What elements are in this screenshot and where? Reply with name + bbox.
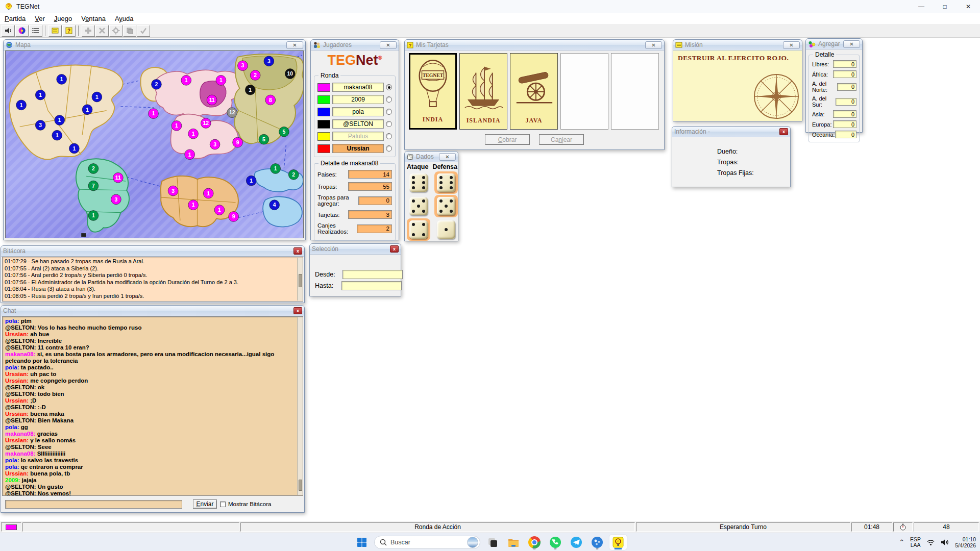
dados-close-icon[interactable]: ✕ [439, 153, 456, 161]
menu-partida[interactable]: Partida [0, 15, 30, 22]
copy-icon[interactable] [123, 25, 136, 37]
confirm-icon[interactable] [137, 25, 150, 37]
chat-message: 2009: jajaja [5, 477, 295, 484]
seleccion-close-icon[interactable]: x [390, 245, 399, 253]
jugadores-close-icon[interactable]: ✕ [380, 41, 397, 49]
chrome-icon[interactable] [526, 535, 543, 550]
note-icon[interactable] [48, 25, 62, 37]
menu-ver[interactable]: Ver [30, 15, 50, 22]
clock[interactable]: 01:105/4/2026 [955, 536, 976, 549]
canjear-button[interactable]: Canjear [539, 134, 584, 145]
card-islandia[interactable]: ISLANDIA [459, 53, 507, 130]
svg-text:1: 1 [72, 146, 76, 152]
svg-text:1: 1 [218, 207, 221, 213]
help-icon[interactable]: ? [62, 25, 76, 37]
tarjetas-close-icon[interactable]: ✕ [645, 41, 662, 49]
blue-dots-app-icon[interactable] [589, 535, 606, 550]
tarjetas-titlebar: ? Mis Tarjetas ✕ [405, 40, 664, 51]
svg-text:1: 1 [152, 111, 155, 116]
volume-icon[interactable] [941, 539, 949, 546]
die-face-4 [409, 220, 428, 239]
svg-text:?: ? [67, 28, 70, 34]
mision-close-icon[interactable]: ✕ [783, 41, 800, 49]
menu-ayuda[interactable]: Ayuda [110, 15, 138, 22]
sound-icon[interactable] [2, 25, 15, 37]
turn-state-panel: Esperando Turno [636, 522, 850, 532]
desde-input[interactable] [342, 270, 403, 279]
menu-juego[interactable]: Juego [50, 15, 77, 22]
informacion-close-icon[interactable]: x [779, 128, 788, 135]
world-icon[interactable] [15, 25, 29, 37]
menu-ventana[interactable]: Ventana [77, 15, 110, 22]
detail-value: 55 [348, 182, 392, 191]
chat-scrollbar[interactable] [297, 317, 303, 495]
tegnet-app-icon[interactable] [609, 535, 627, 550]
player-radio[interactable] [386, 109, 392, 115]
settings-icon[interactable] [109, 25, 122, 37]
jugadores-titlebar: Jugadores ✕ [311, 40, 399, 51]
detail-value: 3 [348, 210, 392, 219]
hasta-input[interactable] [341, 281, 402, 290]
taskbar-search[interactable]: Buscar [374, 536, 480, 549]
svg-text:1: 1 [56, 133, 59, 138]
chat-message: Urssian: buena pola, tb [5, 470, 295, 477]
player-radio[interactable] [386, 84, 392, 90]
wifi-icon[interactable] [926, 539, 935, 546]
timer-panel: 01:48 [851, 522, 892, 532]
close-button[interactable]: ✕ [957, 0, 980, 13]
player-name: pola [332, 107, 384, 116]
seleccion-body: Desde: Hasta: [310, 255, 401, 296]
minimize-button[interactable]: — [910, 0, 933, 13]
chat-message: @SELTON: Increible [5, 338, 295, 344]
player-radio[interactable] [386, 145, 392, 152]
chat-input[interactable] [5, 500, 182, 509]
info-label: Dueño: [717, 148, 790, 155]
bitacora-close-icon[interactable]: x [293, 247, 302, 255]
enviar-button[interactable]: Enviar [193, 499, 217, 509]
detail-label: A. del Norte: [812, 81, 837, 93]
player-name: 2009 [332, 95, 384, 104]
detail-label: Oceanía: [812, 132, 835, 138]
whatsapp-icon[interactable] [547, 535, 564, 550]
window-informacion: Información - x Dueño:Tropas:Tropas Fija… [672, 126, 791, 187]
chat-log: pola: ptm@SELTON: Vos lo has hecho mucho… [2, 316, 303, 496]
card-india[interactable]: TEGNET INDIA [409, 53, 457, 130]
start-button[interactable] [353, 535, 371, 550]
agregar-close-icon[interactable]: ✕ [843, 40, 860, 48]
card-java[interactable]: JAVA [510, 53, 558, 130]
telegram-icon[interactable] [568, 535, 585, 550]
player-radio[interactable] [386, 133, 392, 139]
detail-row: Paises: 14 [317, 170, 392, 179]
language-indicator[interactable]: ESPLAA [910, 537, 921, 548]
bitacora-scrollbar[interactable] [297, 258, 303, 300]
close-x-icon[interactable] [95, 25, 109, 37]
file-explorer-icon[interactable] [505, 535, 522, 550]
maximize-button[interactable]: □ [933, 0, 957, 13]
info-label: Tropas: [717, 159, 790, 166]
mostrar-bitacora-checkbox[interactable] [220, 502, 226, 507]
taskview-app-icon[interactable] [484, 535, 501, 550]
chat-close-icon[interactable]: x [293, 307, 302, 314]
info-label: Tropas Fijas: [717, 169, 790, 177]
informacion-title: Información - [674, 128, 710, 135]
app-title: TEGNet [16, 3, 39, 10]
detail-row: Tarjetas: 3 [317, 210, 392, 219]
tray-chevron-icon[interactable]: ⌃ [899, 538, 904, 546]
player-detail-rows: Paises: 14 Tropas: 55 Tropas para agrega… [317, 170, 392, 235]
chat-message: pola: qe entraron a comprar [5, 464, 295, 470]
detalle-label: Detalle de makana08 [318, 160, 380, 167]
cobrar-button[interactable]: Cobrar [485, 134, 530, 145]
game-map[interactable]: 1111113112111111121123193321108551221173… [5, 51, 304, 238]
player-radio[interactable] [386, 96, 392, 103]
card-name: ISLANDIA [467, 117, 501, 124]
player-color-swatch [317, 108, 330, 116]
list-icon[interactable] [29, 25, 42, 37]
mapa-close-icon[interactable]: ✕ [286, 41, 303, 49]
chat-title: Chat [3, 307, 16, 314]
detail-label: Paises: [317, 171, 337, 178]
player-name: makana08 [332, 83, 384, 92]
player-radio[interactable] [386, 121, 392, 127]
informacion-titlebar: Información - x [672, 127, 790, 137]
add-icon[interactable] [82, 25, 95, 37]
informacion-body: Dueño:Tropas:Tropas Fijas: [672, 137, 790, 187]
